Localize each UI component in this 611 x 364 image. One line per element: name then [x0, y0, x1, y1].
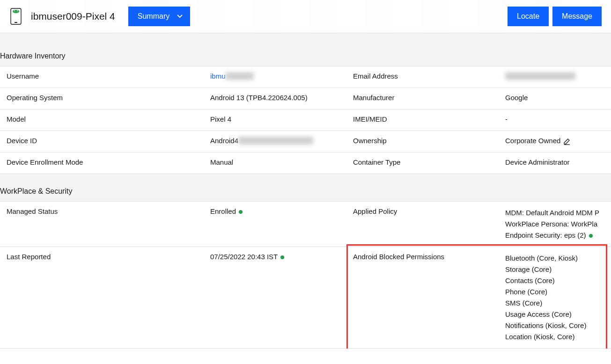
field-value: 07/25/2022 20:43 IST: [210, 253, 353, 261]
value-line: Notifications (Kiosk, Core): [505, 320, 604, 331]
summary-dropdown[interactable]: Summary: [128, 7, 190, 26]
device-phone-icon: [9, 8, 22, 25]
field-value: Pixel 4: [210, 115, 353, 123]
svg-rect-3: [15, 22, 17, 23]
data-row: Operating SystemAndroid 13 (TPB4.220624.…: [0, 88, 611, 109]
field-label: Android Blocked Permissions: [353, 253, 505, 261]
field-label: Device Enrollment Mode: [7, 158, 210, 166]
field-label: Username: [7, 72, 210, 80]
field-value: Android4: [210, 137, 353, 145]
data-row: Last Reported07/25/2022 20:43 ISTAndroid…: [0, 247, 611, 349]
value-line: Location (Kiosk, Core): [505, 331, 604, 342]
status-indicator-icon: [589, 234, 593, 238]
data-row: Usernameibmu Email Address: [0, 66, 611, 88]
field-value: MDM: Default Android MDM PWorkPlace Pers…: [505, 207, 604, 241]
value-line: Phone (Core): [505, 286, 604, 298]
content-area: Hardware InventoryUsernameibmu Email Add…: [0, 33, 611, 349]
data-row: ModelPixel 4IMEI/MEID-: [0, 109, 611, 131]
value-line: Endpoint Security: eps (2): [505, 230, 604, 241]
field-value: Google: [505, 94, 604, 102]
field-label: Operating System: [7, 94, 210, 102]
data-row: Device IDAndroid4 OwnershipCorporate Own…: [0, 131, 611, 153]
field-label: Last Reported: [7, 253, 210, 261]
value-line: Storage (Core): [505, 264, 604, 275]
value-line: Contacts (Core): [505, 275, 604, 286]
field-value: Corporate Owned: [505, 137, 604, 145]
value-line: MDM: Default Android MDM P: [505, 207, 604, 218]
status-indicator-icon: [239, 210, 243, 214]
field-value: [505, 72, 604, 80]
field-label: Device ID: [7, 137, 210, 145]
value-line: SMS (Core): [505, 298, 604, 309]
value-line: Usage Access (Core): [505, 309, 604, 320]
field-label: Container Type: [353, 158, 505, 166]
field-value: -: [505, 115, 604, 123]
field-label: Managed Status: [7, 207, 210, 215]
field-label: Manufacturer: [353, 94, 505, 102]
dropdown-label: Summary: [138, 12, 169, 21]
data-row: Device Enrollment ModeManualContainer Ty…: [0, 153, 611, 174]
header-actions: Locate Message: [508, 7, 602, 26]
field-value: Enrolled: [210, 207, 353, 215]
message-button[interactable]: Message: [552, 7, 602, 26]
svg-point-2: [17, 10, 18, 11]
field-value: Bluetooth (Core, Kiosk)Storage (Core)Con…: [505, 253, 604, 342]
field-label: Applied Policy: [353, 207, 505, 215]
locate-button[interactable]: Locate: [508, 7, 549, 26]
value-line: WorkPlace Persona: WorkPla: [505, 218, 604, 230]
device-title: ibmuser009-Pixel 4: [31, 11, 115, 22]
field-value: ibmu: [210, 72, 353, 80]
svg-point-1: [14, 10, 15, 11]
section-header: WorkPlace & Security: [0, 174, 611, 202]
field-value: Manual: [210, 158, 353, 166]
field-value: Device Administrator: [505, 158, 604, 166]
field-value: Android 13 (TPB4.220624.005): [210, 94, 353, 102]
section-header: Hardware Inventory: [0, 33, 611, 66]
data-row: Managed StatusEnrolledApplied PolicyMDM:…: [0, 202, 611, 247]
value-line: Bluetooth (Core, Kiosk): [505, 253, 604, 264]
edit-icon[interactable]: [563, 138, 571, 145]
page-header: ibmuser009-Pixel 4 Summary Locate Messag…: [0, 0, 611, 33]
field-label: IMEI/MEID: [353, 115, 505, 123]
field-label: Model: [7, 115, 210, 123]
chevron-down-icon: [177, 15, 183, 18]
field-label: Ownership: [353, 137, 505, 145]
field-label: Email Address: [353, 72, 505, 80]
status-indicator-icon: [280, 255, 284, 259]
